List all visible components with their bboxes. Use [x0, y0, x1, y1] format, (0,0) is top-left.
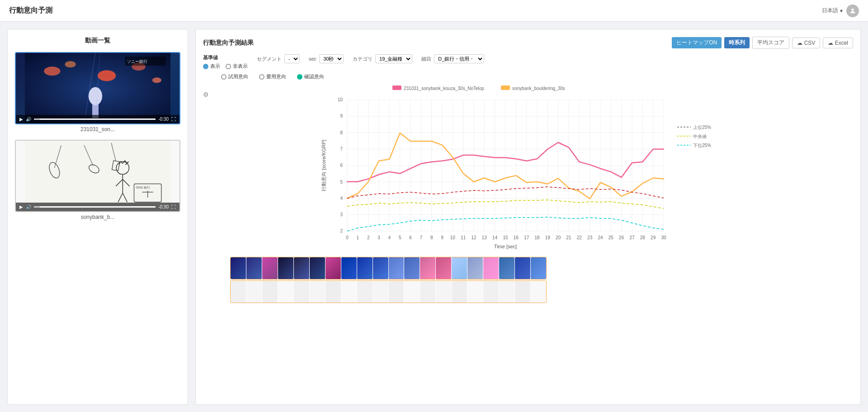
segment-label: セグメント	[257, 56, 282, 62]
filmstrip-frame-17[interactable]	[483, 257, 499, 279]
language-selector[interactable]: 日本語 ▾	[822, 7, 843, 14]
user-avatar[interactable]	[846, 5, 859, 17]
confirm-radio[interactable]: 確認意向	[297, 73, 324, 80]
purchase-radio[interactable]: 愛用意向	[259, 73, 286, 80]
filmstrip-frame-9[interactable]	[357, 257, 373, 279]
filmstrip-frame-w19[interactable]	[515, 281, 530, 303]
detail-group: 細目 D_銀行・信用・	[421, 54, 484, 63]
filmstrip-frame-16[interactable]	[467, 257, 483, 279]
video-thumb-1[interactable]: ソニー銀行 ▶ 🔊 -0:30 ⛶	[15, 52, 180, 124]
filmstrip-frame-w15[interactable]	[452, 281, 467, 303]
filmstrip-frame-w12[interactable]	[404, 281, 420, 303]
toolbar-buttons: ヒートマップON 時系列 平均スコア ☁ CSV ☁ Excel	[672, 37, 853, 49]
filmstrip-frame-10[interactable]	[373, 257, 388, 279]
progress-bar-1[interactable]	[34, 118, 156, 120]
kijunchi-box: 基準値 表示 非表示	[203, 54, 248, 70]
filmstrip-frame-6[interactable]	[310, 257, 325, 279]
filmstrip-frame-15[interactable]	[452, 257, 467, 279]
svg-text:24: 24	[598, 235, 603, 240]
volume-icon-2[interactable]: 🔊	[26, 204, 31, 209]
filmstrip-frame-19[interactable]	[515, 257, 530, 279]
filmstrip-frame-w1[interactable]	[231, 281, 246, 303]
filmstrip-frame-1[interactable]	[231, 257, 246, 279]
filmstrip-frame-w10[interactable]	[373, 281, 388, 303]
export-excel-button[interactable]: ☁ Excel	[823, 38, 853, 48]
chart-container: ⚙ .axis-text { font-size: 10px; fill: #6…	[203, 82, 853, 303]
filmstrip-frame-w20[interactable]	[531, 281, 546, 303]
export-csv-button[interactable]: ☁ CSV	[792, 38, 820, 48]
filmstrip-frame-20[interactable]	[531, 257, 546, 279]
right-panel: 行動意向予測結果 ヒートマップON 時系列 平均スコア ☁ CSV ☁ Exce…	[195, 29, 861, 405]
category-select[interactable]: 19_金融種	[375, 54, 412, 63]
svg-text:9: 9	[340, 114, 343, 118]
category-group: カテゴリ 19_金融種	[353, 54, 412, 63]
filmstrip-frame-w14[interactable]	[436, 281, 451, 303]
hide-radio[interactable]: 非表示	[226, 63, 248, 70]
settings-icon[interactable]: ⚙	[203, 91, 209, 98]
filmstrip-area	[230, 257, 547, 303]
svg-text:0: 0	[346, 235, 349, 240]
svg-text:17: 17	[524, 235, 529, 240]
filmstrip-frame-11[interactable]	[389, 257, 404, 279]
detail-select[interactable]: D_銀行・信用・	[434, 54, 484, 63]
svg-text:14: 14	[492, 235, 498, 240]
heatmap-button[interactable]: ヒートマップON	[672, 37, 722, 48]
play-icon[interactable]: ▶	[19, 117, 23, 122]
svg-text:Time [sec]: Time [sec]	[494, 244, 517, 249]
video-controls-2: ▶ 🔊 -0:30 ⛶	[16, 203, 179, 211]
svg-text:20: 20	[556, 235, 561, 240]
trial-radio[interactable]: 試用意向	[221, 73, 248, 80]
show-radio[interactable]: 表示	[203, 63, 220, 70]
chevron-down-icon: ▾	[840, 8, 843, 14]
svg-text:0000 銀行: 0000 銀行	[136, 186, 151, 189]
filmstrip-frame-4[interactable]	[278, 257, 293, 279]
avg-score-button[interactable]: 平均スコア	[752, 37, 789, 49]
fullscreen-icon[interactable]: ⛶	[171, 117, 176, 122]
filmstrip-frame-w9[interactable]	[357, 281, 373, 303]
filmstrip-frame-14[interactable]	[436, 257, 451, 279]
svg-text:12: 12	[471, 235, 476, 240]
results-title: 行動意向予測結果	[203, 39, 254, 47]
kijunchi-label: 基準値	[203, 54, 248, 61]
svg-text:19: 19	[545, 235, 551, 240]
svg-rect-30	[392, 85, 401, 90]
segment-select[interactable]: -	[284, 54, 300, 63]
filmstrip-frame-w18[interactable]	[499, 281, 514, 303]
svg-point-3	[65, 61, 76, 67]
filmstrip-frame-w17[interactable]	[483, 281, 499, 303]
timeseries-button[interactable]: 時系列	[724, 37, 750, 48]
svg-text:8: 8	[340, 130, 343, 135]
filmstrip-frame-8[interactable]	[341, 257, 357, 279]
svg-text:7: 7	[340, 147, 343, 152]
filmstrip-frame-12[interactable]	[404, 257, 420, 279]
volume-icon[interactable]: 🔊	[26, 117, 31, 122]
filmstrip-frame-7[interactable]	[326, 257, 341, 279]
svg-text:26: 26	[619, 235, 624, 240]
filmstrip-frame-w3[interactable]	[262, 281, 278, 303]
filmstrip-frame-w8[interactable]	[341, 281, 357, 303]
progress-bar-2[interactable]	[34, 206, 156, 208]
filmstrip-frame-w7[interactable]	[326, 281, 341, 303]
filmstrip-frame-w16[interactable]	[467, 281, 483, 303]
video-thumb-2[interactable]: 0000 銀行 ▶ 🔊 -0:30 ⛶	[15, 140, 180, 212]
sec-select[interactable]: 30秒	[319, 54, 344, 63]
svg-text:23: 23	[587, 235, 593, 240]
cloud-icon-2: ☁	[828, 40, 833, 46]
filmstrip-frame-2[interactable]	[246, 257, 262, 279]
svg-text:5: 5	[340, 180, 343, 185]
filmstrip-frame-w5[interactable]	[294, 281, 309, 303]
filmstrip-frame-13[interactable]	[420, 257, 435, 279]
filmstrip-frame-w11[interactable]	[389, 281, 404, 303]
filmstrip-frame-w2[interactable]	[246, 281, 262, 303]
category-label: カテゴリ	[353, 56, 373, 62]
svg-text:中央値: 中央値	[693, 134, 707, 139]
left-panel: 動画一覧	[7, 29, 188, 405]
play-icon-2[interactable]: ▶	[19, 204, 23, 209]
filmstrip-frame-w13[interactable]	[420, 281, 435, 303]
filmstrip-frame-5[interactable]	[294, 257, 309, 279]
filmstrip-frame-18[interactable]	[499, 257, 514, 279]
filmstrip-frame-3[interactable]	[262, 257, 278, 279]
filmstrip-frame-w4[interactable]	[278, 281, 293, 303]
filmstrip-frame-w6[interactable]	[310, 281, 325, 303]
fullscreen-icon-2[interactable]: ⛶	[171, 204, 176, 209]
